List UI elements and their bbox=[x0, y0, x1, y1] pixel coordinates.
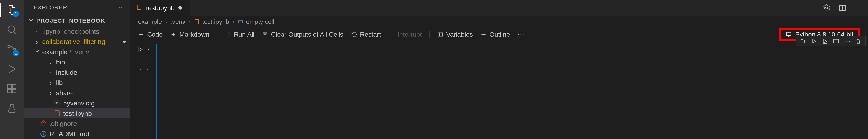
chevron-right-icon: › bbox=[34, 28, 40, 35]
execute-below-icon[interactable] bbox=[822, 38, 828, 44]
chevron-down-icon bbox=[34, 48, 40, 56]
info-file-icon bbox=[40, 130, 47, 137]
toolbar-more-icon[interactable]: ⋯ bbox=[518, 31, 524, 38]
tree-folder-share[interactable]: › share bbox=[24, 88, 130, 98]
activity-bar: 1 1 bbox=[0, 0, 24, 139]
svg-rect-17 bbox=[390, 33, 393, 36]
tree-folder-ipynb-checkpoints[interactable]: › .ipynb_checkpoints bbox=[24, 26, 130, 36]
explorer-section-header[interactable]: PROJECT_NOTEBOOK bbox=[24, 15, 130, 26]
svg-rect-16 bbox=[239, 20, 243, 23]
run-cell-button[interactable] bbox=[137, 46, 151, 53]
execution-count: [ ] bbox=[138, 63, 150, 70]
variables-button[interactable]: Variables bbox=[437, 31, 473, 38]
svg-rect-9 bbox=[55, 111, 59, 116]
chevron-right-icon: › bbox=[48, 69, 54, 76]
svg-rect-15 bbox=[195, 20, 199, 24]
chevron-right-icon: › bbox=[189, 18, 191, 26]
clear-outputs-button[interactable]: Clear Outputs of All Cells bbox=[262, 31, 343, 38]
run-all-button[interactable]: Run All bbox=[225, 31, 254, 38]
svg-point-2 bbox=[8, 51, 10, 53]
interrupt-kernel-button: Interrupt bbox=[389, 31, 422, 38]
svg-rect-12 bbox=[137, 5, 141, 9]
cell-gutter: [ ] bbox=[136, 44, 152, 139]
notebook-file-icon bbox=[136, 4, 143, 12]
chevron-right-icon: › bbox=[48, 79, 54, 86]
cell-more-icon[interactable]: ⋯ bbox=[844, 37, 850, 45]
tree-file-readme[interactable]: README.md bbox=[24, 129, 130, 139]
activity-search[interactable] bbox=[6, 24, 18, 35]
explorer-title: EXPLORER bbox=[34, 4, 67, 11]
toolbar-divider bbox=[217, 31, 217, 38]
svg-point-1 bbox=[8, 45, 10, 48]
breadcrumb-example[interactable]: example bbox=[138, 18, 162, 26]
svg-rect-5 bbox=[12, 84, 16, 88]
chevron-right-icon: › bbox=[48, 58, 54, 66]
toolbar-divider bbox=[429, 31, 430, 38]
activity-source-control[interactable]: 1 bbox=[6, 43, 18, 55]
svg-rect-19 bbox=[786, 32, 791, 35]
svg-rect-6 bbox=[8, 89, 11, 93]
scm-badge: 1 bbox=[12, 50, 19, 57]
explorer-more-icon[interactable]: ⋯ bbox=[118, 4, 124, 11]
notebook-cell-area: [ ] ⋯ Python bbox=[130, 41, 868, 139]
notebook-file-icon bbox=[54, 110, 61, 117]
tab-test-ipynb[interactable]: test.ipynb bbox=[130, 0, 190, 16]
svg-rect-7 bbox=[12, 89, 16, 93]
tree-file-test-ipynb[interactable]: test.ipynb bbox=[24, 108, 130, 118]
split-editor-icon[interactable] bbox=[838, 4, 846, 12]
modified-dot-icon: ● bbox=[123, 38, 126, 45]
code-cell[interactable]: ⋯ Python bbox=[156, 44, 868, 139]
more-icon[interactable]: ⋯ bbox=[854, 4, 862, 12]
notebook-toolbar: Code Markdown Run All Clear Outputs of A… bbox=[130, 28, 868, 41]
tab-bar: test.ipynb ⋯ bbox=[130, 0, 868, 16]
tree-folder-lib[interactable]: › lib bbox=[24, 77, 130, 88]
tree-file-pyvenv[interactable]: pyvenv.cfg bbox=[24, 98, 130, 108]
activity-extensions[interactable] bbox=[6, 83, 18, 95]
chevron-right-icon: › bbox=[165, 18, 167, 26]
execute-cell-icon[interactable] bbox=[811, 38, 817, 44]
unsaved-dot-icon bbox=[178, 6, 182, 10]
tree-file-gitignore[interactable]: .gitignore bbox=[24, 118, 130, 129]
explorer-badge: 1 bbox=[12, 11, 19, 17]
breadcrumb-file[interactable]: test.ipynb bbox=[194, 18, 229, 26]
outline-button[interactable]: Outline bbox=[480, 31, 510, 38]
breadcrumb-venv[interactable]: .venv bbox=[170, 18, 185, 26]
settings-gear-icon[interactable] bbox=[823, 4, 831, 12]
tree-folder-include[interactable]: › include bbox=[24, 67, 130, 77]
breadcrumb-cell[interactable]: empty cell bbox=[238, 18, 274, 26]
tree-folder-example[interactable]: example / .venv bbox=[24, 47, 130, 57]
add-code-cell-button[interactable]: Code bbox=[138, 31, 163, 38]
activity-run-debug[interactable] bbox=[6, 63, 18, 75]
run-by-line-icon[interactable] bbox=[800, 38, 806, 44]
svg-point-0 bbox=[8, 26, 14, 32]
svg-rect-4 bbox=[8, 84, 11, 88]
chevron-down-icon bbox=[28, 16, 34, 25]
explorer-sidebar: EXPLORER ⋯ PROJECT_NOTEBOOK › .ipynb_che… bbox=[24, 0, 130, 139]
file-tree: › .ipynb_checkpoints › collaborative_fil… bbox=[24, 26, 130, 139]
split-cell-icon[interactable] bbox=[833, 38, 839, 44]
chevron-right-icon: › bbox=[232, 18, 235, 26]
delete-cell-icon[interactable] bbox=[855, 38, 862, 44]
settings-file-icon bbox=[54, 100, 61, 107]
svg-point-8 bbox=[56, 102, 58, 104]
explorer-header: EXPLORER ⋯ bbox=[24, 0, 130, 15]
chevron-right-icon: › bbox=[34, 38, 40, 45]
section-title: PROJECT_NOTEBOOK bbox=[36, 18, 105, 24]
svg-rect-18 bbox=[438, 33, 443, 36]
cell-toolbar: ⋯ bbox=[796, 36, 866, 46]
breadcrumbs: example › .venv › test.ipynb › empty cel… bbox=[130, 16, 868, 28]
activity-explorer[interactable]: 1 bbox=[6, 4, 18, 16]
svg-point-10 bbox=[43, 123, 44, 124]
tab-label: test.ipynb bbox=[146, 4, 175, 12]
add-markdown-cell-button[interactable]: Markdown bbox=[170, 31, 209, 38]
restart-kernel-button[interactable]: Restart bbox=[351, 31, 381, 38]
tree-folder-bin[interactable]: › bin bbox=[24, 57, 130, 67]
activity-testing[interactable] bbox=[6, 103, 18, 114]
svg-point-13 bbox=[826, 7, 828, 9]
tree-folder-collaborative-filtering[interactable]: › collaborative_filtering ● bbox=[24, 36, 130, 47]
gitignore-file-icon bbox=[40, 120, 47, 127]
chevron-right-icon: › bbox=[48, 89, 54, 97]
editor-area: test.ipynb ⋯ example › .venv › test.ipyn… bbox=[130, 0, 868, 139]
tab-actions: ⋯ bbox=[823, 0, 868, 16]
